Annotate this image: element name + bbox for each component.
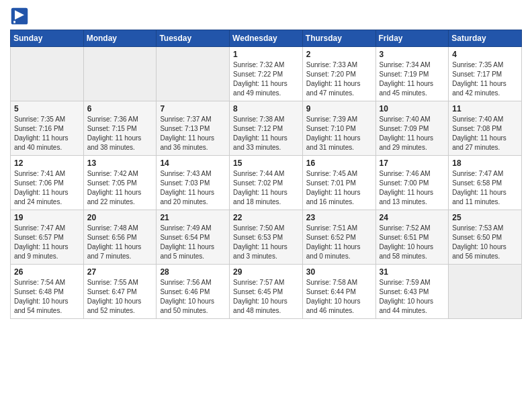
weekday-header: Saturday: [449, 30, 522, 47]
day-number: 24: [380, 213, 445, 222]
calendar-cell: 6Sunrise: 7:36 AM Sunset: 7:15 PM Daylig…: [83, 101, 157, 156]
day-info: Sunrise: 7:51 AM Sunset: 6:52 PM Dayligh…: [306, 224, 372, 261]
day-info: Sunrise: 7:41 AM Sunset: 7:06 PM Dayligh…: [14, 169, 80, 207]
calendar-cell: 31Sunrise: 7:59 AM Sunset: 6:43 PM Dayli…: [375, 265, 449, 319]
day-number: 25: [452, 213, 518, 222]
day-info: Sunrise: 7:57 AM Sunset: 6:45 PM Dayligh…: [233, 278, 299, 316]
day-info: Sunrise: 7:49 AM Sunset: 6:54 PM Dayligh…: [160, 224, 226, 261]
day-number: 4: [452, 50, 518, 59]
calendar-cell: 28Sunrise: 7:56 AM Sunset: 6:46 PM Dayli…: [157, 265, 230, 319]
day-info: Sunrise: 7:46 AM Sunset: 7:00 PM Dayligh…: [380, 169, 445, 207]
calendar-cell: 8Sunrise: 7:38 AM Sunset: 7:12 PM Daylig…: [230, 101, 303, 156]
day-number: 12: [14, 158, 80, 168]
weekday-header: Monday: [83, 30, 157, 47]
calendar-cell: 22Sunrise: 7:50 AM Sunset: 6:53 PM Dayli…: [230, 210, 303, 265]
weekday-header: Thursday: [302, 30, 375, 47]
calendar-cell: [157, 47, 230, 101]
day-number: 19: [14, 213, 80, 222]
day-info: Sunrise: 7:42 AM Sunset: 7:05 PM Dayligh…: [87, 169, 153, 207]
calendar-cell: 3Sunrise: 7:34 AM Sunset: 7:19 PM Daylig…: [375, 47, 449, 101]
calendar-cell: 24Sunrise: 7:52 AM Sunset: 6:51 PM Dayli…: [375, 210, 449, 265]
calendar-cell: [83, 47, 157, 101]
calendar-week-row: 1Sunrise: 7:32 AM Sunset: 7:22 PM Daylig…: [11, 47, 522, 101]
calendar-table: SundayMondayTuesdayWednesdayThursdayFrid…: [10, 30, 522, 319]
day-info: Sunrise: 7:33 AM Sunset: 7:20 PM Dayligh…: [306, 60, 372, 98]
calendar-cell: 9Sunrise: 7:39 AM Sunset: 7:10 PM Daylig…: [302, 101, 375, 156]
day-info: Sunrise: 7:59 AM Sunset: 6:43 PM Dayligh…: [380, 278, 445, 316]
weekday-header: Wednesday: [230, 30, 303, 47]
day-info: Sunrise: 7:40 AM Sunset: 7:09 PM Dayligh…: [380, 115, 445, 152]
calendar-week-row: 12Sunrise: 7:41 AM Sunset: 7:06 PM Dayli…: [11, 156, 522, 210]
day-number: 13: [87, 158, 153, 168]
weekday-header: Friday: [375, 30, 449, 47]
day-number: 6: [87, 104, 153, 113]
weekday-header: Sunday: [11, 30, 84, 47]
day-number: 31: [380, 267, 445, 277]
day-number: 17: [380, 158, 445, 168]
day-number: 14: [160, 158, 226, 168]
day-info: Sunrise: 7:53 AM Sunset: 6:50 PM Dayligh…: [452, 224, 518, 261]
calendar-cell: 16Sunrise: 7:45 AM Sunset: 7:01 PM Dayli…: [302, 156, 375, 210]
calendar-cell: 13Sunrise: 7:42 AM Sunset: 7:05 PM Dayli…: [83, 156, 157, 210]
day-info: Sunrise: 7:37 AM Sunset: 7:13 PM Dayligh…: [160, 115, 226, 152]
calendar-cell: 15Sunrise: 7:44 AM Sunset: 7:02 PM Dayli…: [230, 156, 303, 210]
day-info: Sunrise: 7:36 AM Sunset: 7:15 PM Dayligh…: [87, 115, 153, 152]
calendar-cell: 29Sunrise: 7:57 AM Sunset: 6:45 PM Dayli…: [230, 265, 303, 319]
day-number: 29: [233, 267, 299, 277]
day-info: Sunrise: 7:47 AM Sunset: 6:58 PM Dayligh…: [452, 169, 518, 207]
day-info: Sunrise: 7:55 AM Sunset: 6:47 PM Dayligh…: [87, 278, 153, 316]
calendar-week-row: 26Sunrise: 7:54 AM Sunset: 6:48 PM Dayli…: [11, 265, 522, 319]
calendar-cell: 20Sunrise: 7:48 AM Sunset: 6:56 PM Dayli…: [83, 210, 157, 265]
day-number: 15: [233, 158, 299, 168]
day-info: Sunrise: 7:44 AM Sunset: 7:02 PM Dayligh…: [233, 169, 299, 207]
day-number: 18: [452, 158, 518, 168]
svg-rect-2: [13, 21, 15, 24]
calendar-cell: 18Sunrise: 7:47 AM Sunset: 6:58 PM Dayli…: [449, 156, 522, 210]
day-number: 3: [380, 50, 445, 59]
day-info: Sunrise: 7:35 AM Sunset: 7:16 PM Dayligh…: [14, 115, 80, 152]
day-info: Sunrise: 7:54 AM Sunset: 6:48 PM Dayligh…: [14, 278, 80, 316]
calendar-cell: 11Sunrise: 7:40 AM Sunset: 7:08 PM Dayli…: [449, 101, 522, 156]
calendar-week-row: 19Sunrise: 7:47 AM Sunset: 6:57 PM Dayli…: [11, 210, 522, 265]
day-number: 5: [14, 104, 80, 113]
day-info: Sunrise: 7:47 AM Sunset: 6:57 PM Dayligh…: [14, 224, 80, 261]
calendar-cell: 25Sunrise: 7:53 AM Sunset: 6:50 PM Dayli…: [449, 210, 522, 265]
calendar-cell: 23Sunrise: 7:51 AM Sunset: 6:52 PM Dayli…: [302, 210, 375, 265]
day-number: 21: [160, 213, 226, 222]
logo: [10, 7, 32, 26]
calendar-cell: 14Sunrise: 7:43 AM Sunset: 7:03 PM Dayli…: [157, 156, 230, 210]
calendar-cell: [449, 265, 522, 319]
day-info: Sunrise: 7:39 AM Sunset: 7:10 PM Dayligh…: [306, 115, 372, 152]
day-number: 2: [306, 50, 372, 59]
day-number: 30: [306, 267, 372, 277]
calendar-cell: 30Sunrise: 7:58 AM Sunset: 6:44 PM Dayli…: [302, 265, 375, 319]
logo-icon: [10, 7, 29, 26]
day-info: Sunrise: 7:58 AM Sunset: 6:44 PM Dayligh…: [306, 278, 372, 316]
calendar-cell: 12Sunrise: 7:41 AM Sunset: 7:06 PM Dayli…: [11, 156, 84, 210]
calendar-cell: 4Sunrise: 7:35 AM Sunset: 7:17 PM Daylig…: [449, 47, 522, 101]
day-info: Sunrise: 7:56 AM Sunset: 6:46 PM Dayligh…: [160, 278, 226, 316]
day-number: 10: [380, 104, 445, 113]
day-number: 8: [233, 104, 299, 113]
calendar-cell: 2Sunrise: 7:33 AM Sunset: 7:20 PM Daylig…: [302, 47, 375, 101]
day-number: 23: [306, 213, 372, 222]
calendar-cell: 7Sunrise: 7:37 AM Sunset: 7:13 PM Daylig…: [157, 101, 230, 156]
day-number: 26: [14, 267, 80, 277]
calendar-cell: 27Sunrise: 7:55 AM Sunset: 6:47 PM Dayli…: [83, 265, 157, 319]
calendar-cell: 10Sunrise: 7:40 AM Sunset: 7:09 PM Dayli…: [375, 101, 449, 156]
page-header: [10, 7, 522, 26]
day-info: Sunrise: 7:34 AM Sunset: 7:19 PM Dayligh…: [380, 60, 445, 98]
day-number: 7: [160, 104, 226, 113]
day-info: Sunrise: 7:38 AM Sunset: 7:12 PM Dayligh…: [233, 115, 299, 152]
day-number: 28: [160, 267, 226, 277]
day-number: 20: [87, 213, 153, 222]
calendar-cell: 1Sunrise: 7:32 AM Sunset: 7:22 PM Daylig…: [230, 47, 303, 101]
calendar-cell: 19Sunrise: 7:47 AM Sunset: 6:57 PM Dayli…: [11, 210, 84, 265]
day-info: Sunrise: 7:45 AM Sunset: 7:01 PM Dayligh…: [306, 169, 372, 207]
day-number: 11: [452, 104, 518, 113]
weekday-header: Tuesday: [157, 30, 230, 47]
day-info: Sunrise: 7:52 AM Sunset: 6:51 PM Dayligh…: [380, 224, 445, 261]
day-info: Sunrise: 7:43 AM Sunset: 7:03 PM Dayligh…: [160, 169, 226, 207]
weekday-header-row: SundayMondayTuesdayWednesdayThursdayFrid…: [11, 30, 522, 47]
calendar-cell: 26Sunrise: 7:54 AM Sunset: 6:48 PM Dayli…: [11, 265, 84, 319]
